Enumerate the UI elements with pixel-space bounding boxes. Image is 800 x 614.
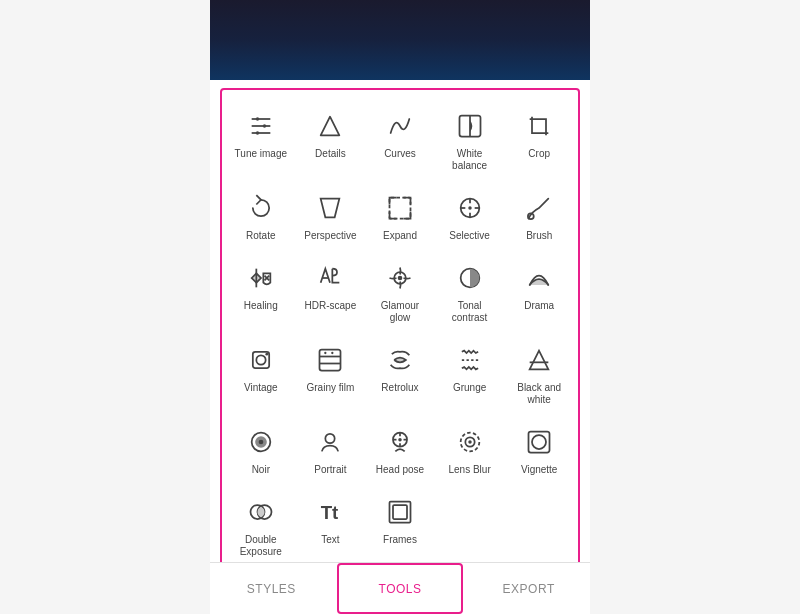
tool-noir-label: Noir bbox=[252, 464, 270, 476]
tools-grid: Tune imageDetailsCurvesWhite balanceCrop… bbox=[226, 98, 574, 562]
svg-marker-37 bbox=[530, 351, 549, 370]
svg-point-42 bbox=[326, 434, 335, 443]
tool-grainy-film[interactable]: Grainy film bbox=[296, 332, 366, 414]
svg-rect-13 bbox=[389, 198, 410, 219]
tool-curves-label: Curves bbox=[384, 148, 416, 160]
tool-grainy-film-label: Grainy film bbox=[306, 382, 354, 394]
svg-text:Tt: Tt bbox=[321, 502, 339, 523]
tool-text[interactable]: TtText bbox=[296, 484, 366, 562]
tool-vintage[interactable]: Vintage bbox=[226, 332, 296, 414]
bottom-nav: STYLES TOOLS EXPORT bbox=[210, 562, 590, 614]
tool-frames-label: Frames bbox=[383, 534, 417, 546]
tool-noir[interactable]: Noir bbox=[226, 414, 296, 484]
svg-rect-31 bbox=[320, 350, 341, 371]
tool-portrait-label: Portrait bbox=[314, 464, 346, 476]
details-icon bbox=[312, 108, 348, 144]
tool-tune-image[interactable]: Tune image bbox=[226, 98, 296, 180]
drama-icon bbox=[521, 260, 557, 296]
tool-head-pose[interactable]: Head pose bbox=[365, 414, 435, 484]
svg-point-30 bbox=[265, 353, 268, 356]
svg-point-8 bbox=[256, 131, 260, 135]
brush-icon bbox=[521, 190, 557, 226]
svg-point-29 bbox=[256, 355, 265, 364]
tool-frames[interactable]: Frames bbox=[365, 484, 435, 562]
tool-hdr-scape[interactable]: HDR-scape bbox=[296, 250, 366, 332]
tool-curves[interactable]: Curves bbox=[365, 98, 435, 180]
tune-icon bbox=[243, 108, 279, 144]
tool-tune-image-label: Tune image bbox=[235, 148, 287, 160]
text-icon: Tt bbox=[312, 494, 348, 530]
retrolux-icon bbox=[382, 342, 418, 378]
selective-icon bbox=[452, 190, 488, 226]
grainy-icon bbox=[312, 342, 348, 378]
tool-rotate-label: Rotate bbox=[246, 230, 275, 242]
svg-point-35 bbox=[332, 352, 334, 354]
tool-brush[interactable]: Brush bbox=[504, 180, 574, 250]
tab-tools-label: TOOLS bbox=[379, 582, 422, 596]
tool-text-label: Text bbox=[321, 534, 339, 546]
svg-point-6 bbox=[256, 117, 260, 121]
tool-tonal-contrast[interactable]: Tonal contrast bbox=[435, 250, 505, 332]
tab-styles[interactable]: STYLES bbox=[210, 563, 333, 614]
noir-icon bbox=[243, 424, 279, 460]
tool-healing[interactable]: Healing bbox=[226, 250, 296, 332]
tool-white-balance[interactable]: White balance bbox=[435, 98, 505, 180]
svg-rect-53 bbox=[532, 435, 546, 449]
svg-point-41 bbox=[258, 440, 263, 445]
vignette-icon bbox=[521, 424, 557, 460]
svg-point-51 bbox=[468, 440, 472, 444]
tool-drama-label: Drama bbox=[524, 300, 554, 312]
tool-retrolux-label: Retrolux bbox=[381, 382, 418, 394]
tool-crop-label: Crop bbox=[528, 148, 550, 160]
tool-tonal-contrast-label: Tonal contrast bbox=[439, 300, 501, 324]
svg-rect-58 bbox=[393, 505, 407, 519]
rotate-icon bbox=[243, 190, 279, 226]
tab-styles-label: STYLES bbox=[247, 582, 296, 596]
tool-vignette-label: Vignette bbox=[521, 464, 558, 476]
glamour-icon bbox=[382, 260, 418, 296]
crop-icon bbox=[521, 108, 557, 144]
tool-grunge-label: Grunge bbox=[453, 382, 486, 394]
phone-container: Tune imageDetailsCurvesWhite balanceCrop… bbox=[210, 0, 590, 614]
tonal-icon bbox=[452, 260, 488, 296]
svg-point-34 bbox=[325, 352, 327, 354]
curves-icon bbox=[382, 108, 418, 144]
svg-point-7 bbox=[263, 124, 267, 128]
tool-details[interactable]: Details bbox=[296, 98, 366, 180]
head-pose-icon bbox=[382, 424, 418, 460]
tool-lens-blur-label: Lens Blur bbox=[448, 464, 490, 476]
tab-export-label: EXPORT bbox=[503, 582, 555, 596]
tool-perspective[interactable]: Perspective bbox=[296, 180, 366, 250]
tool-hdr-scape-label: HDR-scape bbox=[305, 300, 357, 312]
svg-point-26 bbox=[398, 276, 403, 281]
perspective-icon bbox=[312, 190, 348, 226]
image-preview bbox=[210, 0, 590, 80]
tab-export[interactable]: EXPORT bbox=[467, 563, 590, 614]
tool-rotate[interactable]: Rotate bbox=[226, 180, 296, 250]
tool-retrolux[interactable]: Retrolux bbox=[365, 332, 435, 414]
tool-expand[interactable]: Expand bbox=[365, 180, 435, 250]
tool-lens-blur[interactable]: Lens Blur bbox=[435, 414, 505, 484]
tool-black-and-white[interactable]: Black and white bbox=[504, 332, 574, 414]
svg-point-15 bbox=[468, 206, 472, 210]
tool-crop[interactable]: Crop bbox=[504, 98, 574, 180]
tool-perspective-label: Perspective bbox=[304, 230, 356, 242]
tools-grid-wrapper: Tune imageDetailsCurvesWhite balanceCrop… bbox=[210, 80, 590, 562]
tool-double-exposure[interactable]: Double Exposure bbox=[226, 484, 296, 562]
tool-double-exposure-label: Double Exposure bbox=[230, 534, 292, 558]
double-exposure-icon bbox=[243, 494, 279, 530]
tab-tools[interactable]: TOOLS bbox=[337, 563, 464, 614]
svg-point-44 bbox=[398, 438, 402, 442]
tool-portrait[interactable]: Portrait bbox=[296, 414, 366, 484]
tool-vintage-label: Vintage bbox=[244, 382, 278, 394]
tool-selective[interactable]: Selective bbox=[435, 180, 505, 250]
tool-brush-label: Brush bbox=[526, 230, 552, 242]
tool-head-pose-label: Head pose bbox=[376, 464, 424, 476]
lens-blur-icon bbox=[452, 424, 488, 460]
tool-vignette[interactable]: Vignette bbox=[504, 414, 574, 484]
portrait-icon bbox=[312, 424, 348, 460]
tool-glamour-glow[interactable]: Glamour glow bbox=[365, 250, 435, 332]
tool-drama[interactable]: Drama bbox=[504, 250, 574, 332]
tool-grunge[interactable]: Grunge bbox=[435, 332, 505, 414]
tool-black-and-white-label: Black and white bbox=[508, 382, 570, 406]
